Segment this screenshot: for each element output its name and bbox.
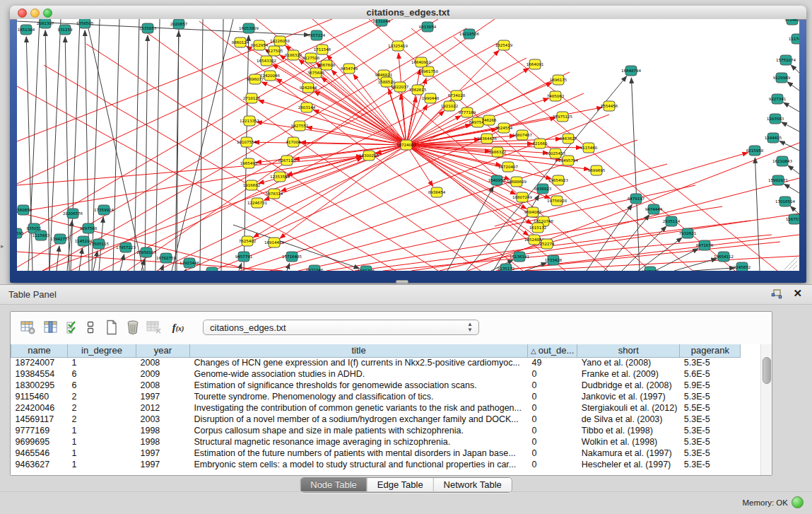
table-cell[interactable]: de Silva et al. (2003) <box>577 414 680 425</box>
table-cell[interactable]: 0 <box>528 436 577 448</box>
table-cell[interactable]: Hescheler et al. (1997) <box>577 459 680 470</box>
table-cell[interactable]: 1998 <box>136 425 190 436</box>
graph-node[interactable]: 1965495 <box>240 158 258 168</box>
table-cell[interactable]: 0 <box>528 368 577 380</box>
table-cell[interactable]: 9777169 <box>11 425 68 436</box>
close-panel-icon[interactable]: ✕ <box>793 287 802 300</box>
graph-node[interactable]: 9245652 <box>734 262 751 271</box>
graph-node[interactable]: 10688609 <box>507 177 526 187</box>
table-row[interactable]: 1830029562008Estimation of significance … <box>11 380 741 391</box>
graph-node[interactable]: 1851304 <box>18 25 35 35</box>
column-header-in-degree[interactable]: in_degree <box>68 344 136 357</box>
graph-node[interactable]: 9457791 <box>235 252 253 262</box>
table-cell[interactable]: Investigating the contribution of common… <box>190 402 528 414</box>
table-cell[interactable]: 2009 <box>136 368 190 380</box>
node-table[interactable]: namein_degreeyeartitle△out_de...shortpag… <box>11 344 741 470</box>
column-visibility-icon[interactable] <box>42 318 60 337</box>
tab-edge-table[interactable]: Edge Table <box>367 478 433 492</box>
graph-node[interactable]: 9463627 <box>560 134 577 144</box>
table-cell[interactable]: 5.3E-5 <box>680 414 741 425</box>
graph-node[interactable]: 746266 <box>482 115 497 125</box>
table-cell[interactable]: Corpus callosum shape and size in male p… <box>190 425 528 436</box>
graph-node[interactable]: 2935114 <box>663 216 681 226</box>
table-row[interactable]: 1456911722003Disruption of a novel membe… <box>11 414 741 425</box>
table-type-tabs[interactable]: Node TableEdge TableNetwork Table <box>300 477 512 493</box>
table-cell[interactable]: 6 <box>68 368 136 380</box>
graph-node[interactable]: 13505115 <box>89 239 109 249</box>
graph-node[interactable]: 9699695 <box>588 165 606 175</box>
table-cell[interactable]: 2 <box>68 391 136 402</box>
graph-node[interactable]: 16914479 <box>264 238 284 247</box>
graph-node[interactable]: 12246731 <box>247 198 267 208</box>
table-cell[interactable]: 0 <box>528 380 577 391</box>
table-cell[interactable]: 0 <box>528 425 577 436</box>
function-builder-icon[interactable]: f(x) <box>169 318 187 337</box>
table-selector-dropdown[interactable]: citations_edges.txt ▲▼ <box>203 320 479 335</box>
table-row[interactable]: 911546021997Tourette syndrome. Phenomeno… <box>11 391 741 402</box>
graph-node[interactable]: 1117432 <box>789 34 799 44</box>
table-header-row[interactable]: namein_degreeyeartitle△out_de...shortpag… <box>11 344 741 357</box>
graph-node[interactable]: 621660 <box>533 139 548 148</box>
table-options-icon[interactable] <box>19 318 37 337</box>
table-cell[interactable]: 9699695 <box>11 436 68 448</box>
tab-node-table[interactable]: Node Table <box>300 478 367 492</box>
select-all-icon[interactable] <box>63 318 81 337</box>
memory-ok-indicator-icon[interactable] <box>792 496 804 508</box>
graph-node[interactable]: 5878314 <box>266 189 283 199</box>
graph-node[interactable]: 15716485 <box>282 252 302 262</box>
table-cell[interactable]: 2012 <box>136 402 190 414</box>
table-cell[interactable]: 6 <box>68 380 136 391</box>
graph-node[interactable]: 15992971 <box>768 175 788 185</box>
graph-node[interactable]: 417004 <box>286 137 301 147</box>
table-cell[interactable]: 2008 <box>136 357 190 368</box>
table-cell[interactable]: Changes of HCN gene expression and I(f) … <box>190 357 528 368</box>
table-cell[interactable]: 5.3E-5 <box>680 357 741 368</box>
table-cell[interactable]: 1 <box>68 425 136 436</box>
table-cell[interactable]: Tourette syndrome. Phenomenology and cla… <box>190 391 528 402</box>
table-cell[interactable]: 9465546 <box>11 448 68 459</box>
resize-grip-icon[interactable] <box>784 257 797 269</box>
graph-node[interactable]: 17016504 <box>775 197 795 206</box>
graph-node[interactable]: 9127505 <box>266 46 283 56</box>
table-cell[interactable]: 5.3E-5 <box>680 425 741 436</box>
graph-node[interactable]: 16210643 <box>772 156 792 166</box>
tab-network-table[interactable]: Network Table <box>433 478 512 492</box>
column-header-title[interactable]: title <box>190 344 528 357</box>
graph-node[interactable]: 252274 <box>540 239 555 249</box>
graph-node[interactable]: 1325419 <box>495 40 513 50</box>
table-cell[interactable]: Jankovic et al. (1997) <box>577 391 680 402</box>
graph-node[interactable]: 16543382 <box>257 56 276 66</box>
table-cell[interactable]: 2003 <box>136 414 190 425</box>
graph-node[interactable]: 20206576 <box>63 209 83 218</box>
table-cell[interactable]: Estimation of the future numbers of pati… <box>190 448 528 459</box>
graph-node[interactable]: 1535853 <box>139 23 157 33</box>
table-cell[interactable]: 5.9E-5 <box>680 380 741 391</box>
graph-node[interactable]: 18300295 <box>359 151 379 160</box>
table-cell[interactable]: 5.5E-5 <box>680 402 741 414</box>
table-cell[interactable]: 5.3E-5 <box>680 448 741 459</box>
graph-node[interactable]: 9135172 <box>498 264 515 271</box>
table-row[interactable]: 2242004622012Investigating the contribut… <box>11 402 741 414</box>
graph-node[interactable]: 8860124 <box>232 37 249 47</box>
graph-node[interactable]: 8454749 <box>341 64 358 74</box>
table-cell[interactable]: 1 <box>68 459 136 470</box>
table-cell[interactable]: Yano et al. (2008) <box>577 357 680 368</box>
graph-node[interactable]: 16640910 <box>411 57 431 67</box>
graph-node[interactable]: 1664091 <box>526 59 544 69</box>
table-cell[interactable]: 1998 <box>136 436 190 448</box>
graph-node[interactable]: 17975125 <box>553 112 572 122</box>
graph-node[interactable]: 1921022 <box>441 101 459 111</box>
table-cell[interactable]: 49 <box>528 357 577 368</box>
table-cell[interactable]: 1 <box>68 448 136 459</box>
graph-node[interactable]: 1640955 <box>488 175 506 185</box>
graph-node[interactable]: 16958187 <box>136 247 156 257</box>
table-cell[interactable]: 14569117 <box>11 414 68 425</box>
window-titlebar[interactable]: citations_edges.txt <box>10 6 806 20</box>
graph-node[interactable]: 18107554 <box>237 137 257 147</box>
table-cell[interactable]: 9115460 <box>11 391 68 402</box>
graph-node[interactable]: 2020657 <box>170 19 188 29</box>
node-table-scrollpane[interactable]: namein_degreeyeartitle△out_de...shortpag… <box>11 344 772 475</box>
table-cell[interactable]: Genome-wide association studies in ADHD. <box>190 368 528 380</box>
table-cell[interactable]: 0 <box>528 402 577 414</box>
table-cell[interactable]: 5.3E-5 <box>680 436 741 448</box>
